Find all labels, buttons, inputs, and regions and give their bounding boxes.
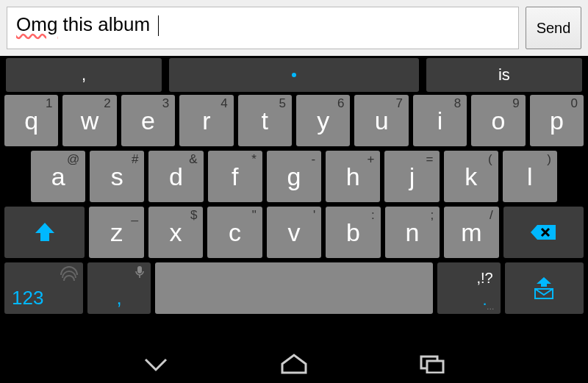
key-n[interactable]: ;n	[385, 207, 440, 258]
keyboard: , is 1q 2w 3e 4r 5t 6y 7u 8i 9o 0p @a #s…	[0, 56, 588, 320]
dot-icon	[292, 73, 296, 77]
back-button[interactable]	[143, 355, 169, 373]
svg-rect-0	[137, 266, 142, 273]
key-e[interactable]: 3e	[121, 95, 175, 146]
key-r[interactable]: 4r	[179, 95, 233, 146]
key-g[interactable]: -g	[267, 151, 321, 202]
key-o[interactable]: 9o	[471, 95, 525, 146]
send-label: Send	[537, 20, 571, 37]
recents-button[interactable]	[419, 354, 445, 373]
key-x[interactable]: $x	[148, 207, 203, 258]
comma-key[interactable]: ,	[87, 262, 151, 314]
message-text-rest: this album	[57, 13, 155, 35]
key-b[interactable]: :b	[326, 207, 380, 258]
send-message-icon	[531, 276, 557, 301]
key-a[interactable]: @a	[31, 151, 85, 202]
key-f[interactable]: *f	[208, 151, 262, 202]
key-q[interactable]: 1q	[4, 95, 58, 146]
numbers-key[interactable]: 123	[4, 262, 83, 314]
key-d[interactable]: &d	[148, 151, 203, 202]
send-button[interactable]: Send	[526, 7, 581, 49]
key-h[interactable]: +h	[326, 151, 380, 202]
key-c[interactable]: "c	[207, 207, 262, 258]
message-text-typo: Omg	[16, 13, 57, 35]
android-navbar	[0, 345, 588, 383]
key-p[interactable]: 0p	[530, 95, 584, 146]
key-row-3: _z $x "c 'v :b ;n /m	[4, 207, 584, 258]
key-u[interactable]: 7u	[354, 95, 408, 146]
key-t[interactable]: 5t	[238, 95, 292, 146]
key-k[interactable]: (k	[444, 151, 498, 202]
message-input[interactable]: Omg this album	[7, 7, 519, 49]
space-key[interactable]	[155, 262, 433, 314]
key-w[interactable]: 2w	[62, 95, 116, 146]
key-m[interactable]: /m	[444, 207, 498, 258]
key-s[interactable]: #s	[90, 151, 144, 202]
key-l[interactable]: )l	[503, 151, 557, 202]
shift-icon	[32, 221, 57, 243]
key-v[interactable]: 'v	[267, 207, 321, 258]
key-y[interactable]: 6y	[296, 95, 350, 146]
shift-key[interactable]	[4, 207, 85, 258]
key-i[interactable]: 8i	[413, 95, 467, 146]
enter-key[interactable]	[505, 262, 584, 314]
suggestion-middle[interactable]	[169, 58, 419, 92]
svg-rect-4	[427, 361, 443, 373]
suggestion-left[interactable]: ,	[6, 58, 162, 92]
ellipsis-icon: …	[487, 302, 495, 311]
key-j[interactable]: =j	[384, 151, 439, 202]
key-row-4: 123 , ,!? . …	[4, 262, 584, 314]
mic-icon	[135, 265, 145, 279]
key-z[interactable]: _z	[89, 207, 143, 258]
swiftkey-icon	[60, 265, 79, 284]
suggestion-right[interactable]: is	[426, 58, 582, 92]
backspace-icon	[528, 223, 558, 242]
backspace-key[interactable]	[503, 207, 584, 258]
home-button[interactable]	[279, 354, 309, 374]
period-key[interactable]: ,!? . …	[437, 262, 501, 314]
key-row-1: 1q 2w 3e 4r 5t 6y 7u 8i 9o 0p	[4, 95, 584, 146]
caret	[158, 15, 159, 36]
key-row-2: @a #s &d *f -g +h =j (k )l	[4, 151, 584, 202]
